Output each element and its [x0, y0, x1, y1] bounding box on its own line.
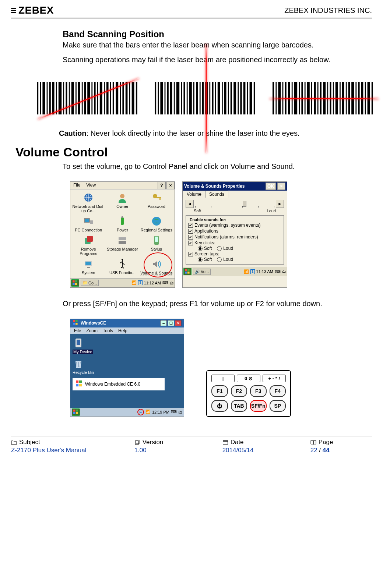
document-stack-icon [134, 440, 140, 445]
cp-item-system[interactable]: System [72, 258, 105, 276]
menu-file[interactable]: File [70, 182, 83, 189]
footer-label-date: Date [222, 439, 310, 446]
radio-label: Loud [223, 257, 233, 262]
chk-screen-taps[interactable]: ✔Screen taps: [188, 251, 281, 257]
tray-one-icon: 1 [138, 280, 143, 285]
tab-sounds[interactable]: Sounds [205, 191, 228, 198]
cp-item-regional[interactable]: Regional Settings [140, 215, 173, 232]
svg-rect-102 [85, 219, 89, 222]
help-button[interactable]: ? [158, 182, 166, 189]
calendar-icon [222, 440, 228, 445]
screenshots-row-2: WindowsCE ‒ ☐ × File Zoom Tools Help My … [70, 314, 372, 428]
menu-help[interactable]: Help [116, 328, 130, 333]
screenshots-row: File View ? × Network and Dial-up Co... … [70, 176, 372, 299]
barcode-example-diagonal [37, 76, 140, 120]
key-sp: SP [270, 400, 286, 412]
menu-zoom[interactable]: Zoom [84, 328, 100, 333]
svg-point-106 [152, 217, 161, 226]
taskbar: 🔊Vo... 📶 1 11:13 AM ⌨ 🗂 [183, 267, 287, 276]
cp-item-usb[interactable]: USB Functio... [106, 258, 139, 276]
tray-desktop-icon: 🗂 [178, 410, 182, 414]
volume-slider[interactable]: ◄ ► [186, 200, 284, 208]
splash-text: Windows Embedded CE 6.0 [85, 382, 140, 387]
tray-one-icon: 1 [250, 269, 255, 274]
start-button[interactable] [71, 279, 79, 287]
volume-paragraph-1: To set the volume, go to Control Panel a… [63, 162, 361, 171]
close-button[interactable]: × [175, 320, 182, 326]
start-button[interactable] [72, 408, 80, 416]
chk-notifications[interactable]: ✔Notifications (alarms, reminders) [188, 234, 281, 240]
arrow-right-icon[interactable]: ► [276, 200, 284, 208]
titlebar: Volume & Sounds Properties OK × [183, 182, 287, 191]
svg-rect-128 [75, 323, 78, 325]
svg-rect-122 [187, 269, 190, 271]
tray-desktop-icon: 🗂 [170, 281, 174, 285]
page-current: 22 [310, 447, 317, 454]
close-button[interactable]: × [277, 183, 285, 190]
svg-rect-136 [76, 410, 78, 412]
chk-key-clicks[interactable]: ✔Key clicks: [188, 240, 281, 246]
task-button[interactable]: 📁Co... [81, 280, 99, 286]
my-device-icon [73, 337, 84, 349]
caution-prefix: Caution [59, 129, 86, 137]
cp-item-remove-programs[interactable]: Remove Programs [72, 234, 105, 256]
windows-flag-icon [73, 320, 78, 326]
cp-item-pc-connection[interactable]: PC Connection [72, 215, 105, 232]
arrow-left-icon[interactable]: ◄ [186, 200, 194, 208]
maximize-button[interactable]: ☐ [168, 320, 174, 326]
cp-item-network[interactable]: Network and Dial-up Co... [72, 192, 105, 213]
close-button[interactable]: × [166, 182, 175, 189]
svg-rect-112 [155, 237, 158, 242]
svg-rect-108 [87, 236, 93, 242]
barcode-examples-row [37, 70, 376, 129]
radio-label: Loud [223, 246, 233, 251]
caution-text: : Never look directly into the laser or … [86, 129, 299, 137]
radio-soft-keys[interactable]: Soft [198, 246, 212, 251]
svg-rect-119 [73, 283, 75, 285]
tray-keyboard-icon: ⌨ [171, 410, 177, 414]
cp-item-owner[interactable]: Owner [106, 192, 139, 213]
slider-track[interactable] [195, 200, 274, 208]
ok-button[interactable]: OK [266, 183, 276, 190]
owner-icon [116, 192, 128, 203]
cp-label: Power [117, 228, 128, 232]
key-clicks-radios: Soft Loud [188, 246, 281, 251]
svg-rect-125 [73, 320, 75, 322]
slider-thumb[interactable] [243, 201, 246, 207]
key-f3: F3 [250, 385, 267, 397]
logo-stripes-icon [11, 8, 16, 13]
highlight-circle-icon [144, 252, 172, 277]
start-button[interactable] [183, 268, 192, 275]
scale-soft: Soft [194, 209, 201, 213]
radio-loud-keys[interactable]: Loud [217, 246, 233, 251]
keypad-top-row: | 0 ⊘ + - * / [211, 375, 286, 382]
svg-rect-126 [75, 320, 78, 322]
cp-item-power[interactable]: Power [106, 215, 139, 232]
ce-desktop-area: My Device Recycle Bin Windows Embedded C… [70, 334, 184, 408]
laser-horizontal-icon [270, 75, 379, 122]
svg-rect-135 [73, 410, 75, 412]
group-title: Enable sounds for: [188, 217, 228, 222]
radio-soft-taps[interactable]: Soft [198, 257, 212, 262]
key-top-2: 0 ⊘ [237, 375, 260, 382]
radio-loud-taps[interactable]: Loud [217, 257, 233, 262]
tab-volume[interactable]: Volume [183, 191, 205, 198]
checkbox-icon: ✔ [188, 223, 193, 228]
chk-events[interactable]: ✔Events (warnings, system events) [188, 222, 281, 228]
desktop-icon-my-device[interactable]: My Device [73, 337, 182, 354]
ce-taskbar: F 📶 12:19 PM ⌨ 🗂 [70, 408, 184, 417]
task-button[interactable]: 🔊Vo... [193, 269, 211, 275]
cp-item-password[interactable]: Password [140, 192, 173, 213]
radio-icon [198, 257, 203, 262]
menu-tools[interactable]: Tools [101, 328, 115, 333]
checkbox-icon: ✔ [188, 241, 193, 245]
minimize-button[interactable]: ‒ [160, 320, 167, 326]
volume-properties-window: Volume & Sounds Properties OK × Volume S… [182, 181, 287, 288]
menu-file[interactable]: File [72, 328, 83, 333]
document-footer: Subject Version Date Page Z-2170 Plus Us… [11, 437, 372, 458]
desktop-icon-recycle-bin[interactable]: Recycle Bin [73, 358, 182, 375]
cp-item-storage[interactable]: Storage Manager [106, 234, 139, 256]
cp-label: Remove Programs [72, 247, 105, 256]
menu-view[interactable]: View [83, 182, 99, 189]
chk-applications[interactable]: ✔Applications [188, 228, 281, 234]
